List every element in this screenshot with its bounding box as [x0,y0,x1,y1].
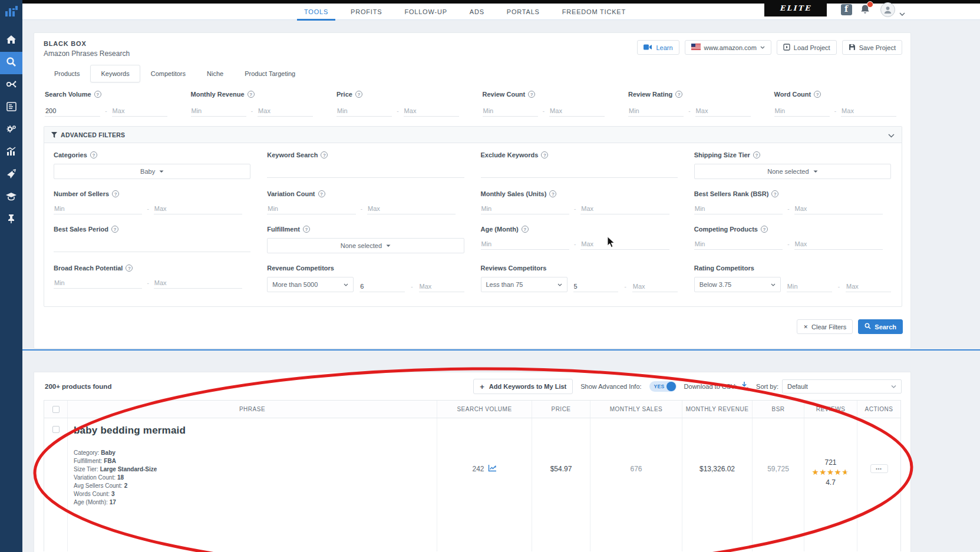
header-search-volume[interactable]: SEARCH VOLUME [437,401,532,418]
nav-item-tools[interactable]: TOOLS [304,4,328,20]
competing-products-max-input[interactable] [794,239,883,250]
help-icon[interactable] [112,190,119,197]
number-of-sellers-min-input[interactable] [54,203,142,214]
tab-keywords[interactable]: Keywords [90,65,140,82]
help-icon[interactable] [94,91,101,98]
help-icon[interactable] [675,91,682,98]
revenue-competitors-min-input[interactable] [359,281,405,292]
notifications-bell-icon[interactable] [860,4,870,18]
broad-reach-min-input[interactable] [54,277,142,289]
sidebar-item-home[interactable] [0,29,22,52]
sidebar-item-marketing[interactable] [0,164,22,186]
age-month-min-input[interactable] [481,239,569,250]
header-phrase[interactable]: PHRASE [68,401,437,418]
help-icon[interactable] [522,226,529,233]
sidebar-item-keyword-tools[interactable] [0,74,22,97]
help-icon[interactable] [549,190,556,197]
exclude-keywords-input[interactable] [481,167,678,178]
load-project-button[interactable]: Load Project [777,40,837,55]
header-price[interactable]: PRICE [532,401,590,418]
user-avatar[interactable] [880,2,895,17]
help-icon[interactable] [126,265,133,272]
phrase-text[interactable]: baby bedding mermaid [74,425,430,437]
sidebar-item-black-box[interactable] [0,52,22,74]
revenue-competitors-max-input[interactable] [419,281,464,292]
header-monthly-revenue[interactable]: MONTHLY REVENUE [682,401,753,418]
help-icon[interactable] [814,91,821,98]
reviews-competitors-max-input[interactable] [632,281,678,292]
tab-products[interactable]: Products [44,65,90,82]
age-month-max-input[interactable] [580,239,669,250]
nav-item-freedom-ticket[interactable]: FREEDOM TICKET [562,4,626,20]
price-min-input[interactable] [336,105,392,117]
nav-item-profits[interactable]: PROFITS [351,4,382,20]
facebook-icon[interactable] [841,4,852,15]
reviews-competitors-select[interactable]: Less than 75 [481,277,567,292]
rating-competitors-min-input[interactable] [787,281,832,292]
collapse-chevron-icon[interactable] [888,130,895,140]
sidebar-item-academy[interactable] [0,186,22,209]
select-all-checkbox[interactable] [52,406,60,413]
help-icon[interactable] [321,151,328,158]
monthly-sales-min-input[interactable] [481,203,569,214]
help-icon[interactable] [303,226,310,233]
save-project-button[interactable]: Save Project [842,40,902,55]
variation-count-max-input[interactable] [367,203,456,214]
help-icon[interactable] [355,91,362,98]
fulfillment-select[interactable]: None selected [267,238,464,253]
trend-chart-icon[interactable] [488,464,497,474]
nav-item-portals[interactable]: PORTALS [507,4,540,20]
search-volume-max-input[interactable] [112,105,167,117]
helium10-logo[interactable] [0,0,22,22]
sidebar-item-listings[interactable] [0,97,22,119]
more-actions-button[interactable] [870,464,888,473]
help-icon[interactable] [111,226,118,233]
search-button[interactable]: Search [858,319,903,334]
reviews-competitors-min-input[interactable] [573,281,619,292]
tab-product-targeting[interactable]: Product Targeting [234,65,306,82]
advanced-filters-header[interactable]: ADVANCED FILTERS [44,127,902,143]
help-icon[interactable] [248,91,255,98]
help-icon[interactable] [761,226,768,233]
bsr-max-input[interactable] [794,203,883,214]
nav-item-ads[interactable]: ADS [470,4,484,20]
review-rating-min-input[interactable] [628,105,684,117]
account-chevron-down-icon[interactable] [899,8,905,18]
number-of-sellers-max-input[interactable] [154,203,242,214]
variation-count-min-input[interactable] [267,203,355,214]
monthly-revenue-max-input[interactable] [258,105,313,117]
help-icon[interactable] [90,151,97,158]
review-count-max-input[interactable] [549,105,605,117]
broad-reach-max-input[interactable] [154,277,242,289]
learn-button[interactable]: Learn [637,40,679,55]
keyword-search-input[interactable] [267,167,464,178]
help-icon[interactable] [771,190,778,197]
header-monthly-sales[interactable]: MONTHLY SALES [590,401,682,418]
shipping-size-tier-select[interactable]: None selected [694,164,891,179]
tab-niche[interactable]: Niche [196,65,234,82]
clear-filters-button[interactable]: Clear Filters [797,319,853,334]
header-bsr[interactable]: BSR [753,401,804,418]
best-sales-period-input[interactable] [54,241,250,252]
help-icon[interactable] [318,190,325,197]
word-count-min-input[interactable] [774,105,830,117]
sort-by-select[interactable]: Default [782,379,902,394]
row-checkbox[interactable] [52,426,60,433]
monthly-sales-max-input[interactable] [580,203,669,214]
download-icon[interactable] [740,381,748,392]
revenue-competitors-select[interactable]: More than 5000 [267,277,354,292]
add-keywords-button[interactable]: Add Keywords to My List [473,379,573,394]
review-rating-max-input[interactable] [695,105,751,117]
search-volume-min-input[interactable] [45,105,100,117]
categories-select[interactable]: Baby [54,164,250,179]
advanced-info-toggle[interactable]: YES [649,381,677,392]
sidebar-item-pinned[interactable] [0,209,22,231]
word-count-max-input[interactable] [841,105,896,117]
marketplace-selector[interactable]: www.amazon.com [685,40,771,55]
review-count-min-input[interactable] [483,105,538,117]
competing-products-min-input[interactable] [694,239,783,250]
sidebar-item-operations[interactable] [0,119,22,141]
price-max-input[interactable] [404,105,459,117]
bsr-min-input[interactable] [694,203,783,214]
help-icon[interactable] [753,151,760,158]
